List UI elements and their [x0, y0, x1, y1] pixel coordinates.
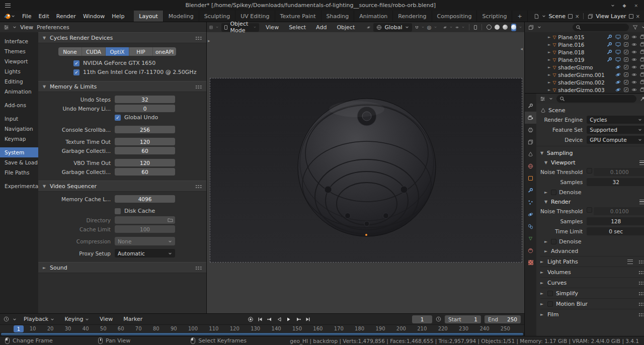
undo-steps-field[interactable]: 32: [115, 96, 175, 103]
hide-eye-icon[interactable]: [631, 87, 637, 93]
unlink-scene-icon[interactable]: ×: [575, 14, 579, 19]
properties-tab-material[interactable]: [525, 244, 536, 256]
timeline-menu-playback[interactable]: Playback: [20, 316, 58, 322]
play-button[interactable]: [285, 316, 292, 322]
cycles-render-devices-header[interactable]: ▼ Cycles Render Devices: [38, 32, 206, 43]
pin-icon[interactable]: [640, 96, 644, 102]
sidebar-item-interface[interactable]: Interface: [0, 36, 38, 46]
exclude-checkbox[interactable]: ✓: [624, 35, 628, 39]
exclude-checkbox[interactable]: ✓: [624, 42, 628, 47]
sidebar-item-themes[interactable]: Themes: [0, 46, 38, 56]
render-denoise-header[interactable]: ►Denoise: [544, 237, 644, 246]
sidebar-item-editing[interactable]: Editing: [0, 76, 38, 87]
scene-breadcrumb-name[interactable]: Scene: [548, 107, 566, 114]
device-dropdown[interactable]: GPU Compute: [587, 136, 644, 144]
object-name[interactable]: shaderGizmo.002: [558, 79, 604, 85]
sidebar-item-viewport[interactable]: Viewport: [0, 56, 38, 66]
gizmo-dropdown-icon[interactable]: [450, 25, 452, 29]
properties-tab-scene[interactable]: [525, 148, 536, 160]
workspace-tab-scripting[interactable]: Scripting: [477, 11, 512, 22]
light-paths-panel-header[interactable]: ►Light Paths: [540, 256, 644, 267]
cache-limit-field[interactable]: 100: [115, 225, 175, 233]
disable-render-camera-icon[interactable]: [640, 64, 644, 70]
playhead[interactable]: 1: [14, 325, 24, 332]
device-tab-hip[interactable]: HIP: [129, 47, 153, 56]
viewport-canvas[interactable]: ▸ ◂: [207, 32, 524, 313]
shading-dropdown-icon[interactable]: [519, 25, 522, 29]
sidebar-item-addons[interactable]: Add-ons: [0, 100, 38, 110]
pivot-point-icon[interactable]: [367, 25, 370, 30]
display-monitor-icon[interactable]: [615, 34, 621, 40]
close-button[interactable]: ×: [634, 3, 638, 8]
exclude-checkbox[interactable]: ✓: [624, 72, 628, 77]
overlays-dropdown-icon[interactable]: [462, 25, 464, 29]
hide-eye-icon[interactable]: [631, 57, 637, 62]
shading-wireframe-icon[interactable]: [487, 24, 492, 31]
grip-dots-icon[interactable]: [638, 270, 644, 274]
frame-end-field[interactable]: End250: [485, 315, 521, 323]
sidebar-item-animation[interactable]: Animation: [0, 87, 38, 97]
mode-dropdown[interactable]: Object Mode: [221, 23, 259, 32]
expand-arrow-icon[interactable]: ►: [548, 88, 550, 92]
render-denoise-checkbox[interactable]: [551, 239, 556, 244]
expand-arrow-icon[interactable]: ►: [548, 73, 550, 77]
properties-tab-modifiers[interactable]: [525, 184, 536, 196]
film-panel-header[interactable]: ►Film: [540, 309, 644, 319]
jump-to-end-button[interactable]: [304, 316, 311, 322]
transform-orientation-dropdown[interactable]: Global: [373, 23, 412, 32]
new-view-layer-icon[interactable]: [629, 14, 633, 19]
hide-eye-icon[interactable]: [631, 49, 637, 55]
grip-dots-icon[interactable]: [638, 281, 644, 285]
modifier-wrench-icon[interactable]: [607, 57, 612, 62]
texture-timeout-field[interactable]: 120: [115, 138, 175, 145]
chevron-down-icon[interactable]: [641, 25, 644, 29]
outliner-row[interactable]: ►▽ Plane.015 ✓: [525, 33, 644, 41]
advanced-header[interactable]: ►Advanced: [544, 246, 644, 256]
hide-eye-icon[interactable]: [631, 34, 637, 40]
object-name[interactable]: shaderGizmo.001: [558, 72, 604, 78]
directory-field[interactable]: [115, 216, 175, 224]
noise-threshold-checkbox[interactable]: [587, 168, 592, 174]
gizmo-icon[interactable]: [615, 79, 621, 85]
workspace-tab-compositing[interactable]: Compositing: [432, 11, 477, 22]
workspace-tab-uv-editing[interactable]: UV Editing: [235, 11, 275, 22]
curves-panel-header[interactable]: ►Curves: [540, 277, 644, 288]
snapping-dropdown-icon[interactable]: [422, 25, 424, 29]
hide-eye-icon[interactable]: [631, 79, 637, 85]
workspace-tab-layout[interactable]: Layout: [134, 11, 163, 22]
simplify-checkbox[interactable]: [547, 291, 553, 296]
outliner-row[interactable]: ►▽ Plane.016 ✓: [525, 41, 644, 48]
sidebar-expand-arrow-icon[interactable]: ◂: [520, 46, 523, 51]
properties-tab-world[interactable]: [525, 160, 536, 172]
cpu-device-label[interactable]: 11th Gen Intel Core i7-11700 @ 2.50GHz: [83, 69, 196, 75]
garbage-collection-field[interactable]: 60: [115, 147, 175, 154]
simplify-panel-header[interactable]: ►Simplify: [540, 288, 644, 298]
display-monitor-icon[interactable]: [615, 49, 621, 55]
exclude-checkbox[interactable]: ✓: [624, 88, 628, 92]
menu-render[interactable]: Render: [53, 11, 79, 22]
outliner-editor-icon[interactable]: [528, 25, 534, 30]
hide-eye-icon[interactable]: [631, 64, 637, 70]
disable-render-camera-icon[interactable]: [640, 72, 644, 77]
memory-limits-header[interactable]: ▼ Memory & Limits: [38, 81, 206, 92]
gizmo-icon[interactable]: [615, 72, 621, 77]
filter-funnel-icon[interactable]: [632, 25, 638, 30]
shading-material-icon[interactable]: [503, 24, 508, 31]
memory-cache-field[interactable]: 4096: [115, 195, 175, 203]
sidebar-item-system[interactable]: System: [0, 147, 38, 157]
vbo-garbage-field[interactable]: 60: [115, 168, 175, 176]
grip-dots-icon[interactable]: [638, 302, 644, 306]
disable-render-camera-icon[interactable]: [640, 57, 644, 62]
play-reverse-button[interactable]: [276, 316, 283, 322]
motion-blur-panel-header[interactable]: ►Motion Blur: [540, 298, 644, 309]
modifier-wrench-icon[interactable]: [607, 49, 612, 55]
timeline-scrollbar[interactable]: [0, 332, 524, 336]
gpu-device-checkbox[interactable]: ✓: [73, 60, 79, 66]
menu-edit[interactable]: Edit: [35, 11, 52, 22]
object-name[interactable]: shaderGizmo.003: [558, 87, 604, 93]
sampling-render-subpanel-header[interactable]: ▼Render: [544, 197, 644, 207]
maximize-button[interactable]: ◆: [623, 3, 626, 8]
grip-dots-icon[interactable]: [638, 260, 644, 264]
timeline-menu-marker[interactable]: Marker: [120, 316, 146, 322]
expand-arrow-icon[interactable]: ►: [548, 80, 550, 84]
